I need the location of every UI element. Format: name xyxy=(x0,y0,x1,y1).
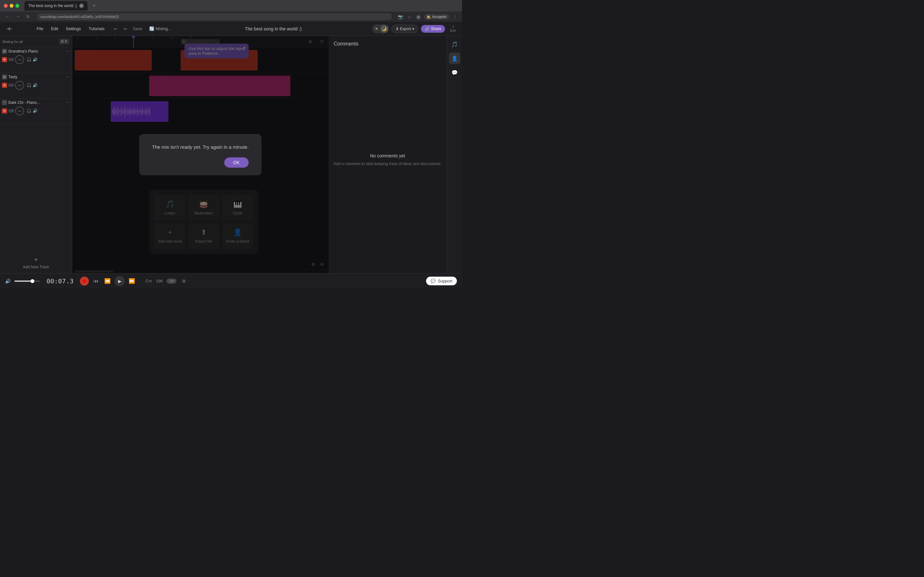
dark-theme-button[interactable]: 🌙 xyxy=(381,25,388,33)
browser-chrome: The best song in the world :) ✕ + ← → ↻ … xyxy=(0,0,462,22)
track-controls-darkchi: R ⌨ Vol 🎧 🔊 xyxy=(2,106,70,115)
speaker-icon-darkchi[interactable]: 🔊 xyxy=(33,109,37,113)
grid-icon-tasty: ⊞ xyxy=(2,74,7,79)
midi-icon-tasty: ⌨ xyxy=(8,83,14,87)
support-button[interactable]: 💬 Support xyxy=(426,277,457,285)
volume-knob-tasty[interactable]: Vol xyxy=(15,81,24,90)
track-sidebar: Muting for all ℝ ✕ ⊞ Grandma's Piano ⋯ R… xyxy=(0,36,72,273)
record-button[interactable] xyxy=(80,277,89,285)
record-arm-tasty[interactable]: R xyxy=(2,83,7,88)
menu-edit[interactable]: Edit xyxy=(48,25,61,32)
grid-icon: ⊞ xyxy=(2,49,7,54)
muting-control[interactable]: ℝ ✕ xyxy=(59,39,69,44)
export-chevron-icon: ▾ xyxy=(412,27,414,31)
volume-icon: 🔊 xyxy=(5,279,11,284)
share-button[interactable]: 🔗 Share xyxy=(421,25,445,33)
speaker-icon-tasty[interactable]: 🔊 xyxy=(33,83,37,87)
browser-menu-button[interactable]: ⋮ xyxy=(451,13,458,20)
mixing-button[interactable]: 🔄 Mixing... xyxy=(146,25,174,32)
midi-icon-darkchi: ⌨ xyxy=(8,109,14,113)
headphone-icon-piano[interactable]: 🎧 xyxy=(27,57,31,62)
record-arm-darkchi[interactable]: R xyxy=(2,108,7,113)
camera-icon[interactable]: 📷 xyxy=(397,13,404,20)
solo-mute-piano: 🎧 🔊 xyxy=(27,57,37,62)
support-icon: 💬 xyxy=(431,279,436,284)
bookmark-icon[interactable]: ☆ xyxy=(406,13,413,20)
nav-actions: 📷 ☆ ▦ 🕵 Incognito ⋮ xyxy=(397,13,458,20)
incognito-icon: 🕵 xyxy=(426,15,431,19)
export-label: Export xyxy=(400,27,411,31)
muting-bar: Muting for all ℝ ✕ xyxy=(0,36,72,47)
address-bar[interactable]: soundtrap.com/studio/hS-u82laRz_knEVhhHk… xyxy=(37,13,392,20)
sidebar-browser-icon[interactable]: ▦ xyxy=(415,13,422,20)
muting-control-label: ℝ xyxy=(61,39,64,44)
volume-fill xyxy=(15,280,31,282)
volume-knob-darkchi[interactable]: Vol xyxy=(15,106,24,115)
record-arm-piano[interactable]: R xyxy=(2,57,7,62)
track-menu-piano[interactable]: ⋯ xyxy=(65,49,70,54)
rewind-button[interactable]: ⏪ xyxy=(103,277,112,285)
app-back-button[interactable] xyxy=(4,24,14,34)
modal-ok-button[interactable]: OK xyxy=(224,157,249,168)
transport-settings-button[interactable]: ⚙ xyxy=(180,277,188,285)
app-toolbar: File Edit Settings Tutorials ↩ ↪ Save 🔄 … xyxy=(0,22,462,36)
menu-tutorials[interactable]: Tutorials xyxy=(86,25,107,32)
exit-button[interactable]: ↗ Exit xyxy=(447,24,458,34)
headphone-icon-tasty[interactable]: 🎧 xyxy=(27,83,31,87)
track-name-tasty: Tasty xyxy=(8,75,17,79)
modal-message: The mix isn't ready yet. Try again in a … xyxy=(152,144,249,150)
fast-forward-button[interactable]: ⏩ xyxy=(128,277,136,285)
menu-settings[interactable]: Settings xyxy=(63,25,84,32)
right-panel: Comments No comments yet Add a comment t… xyxy=(328,36,462,273)
close-window-button[interactable] xyxy=(4,4,8,8)
theme-toggle: ☀ 🌙 xyxy=(372,24,389,33)
redo-button[interactable]: ↪ xyxy=(121,25,129,33)
record-dot xyxy=(83,279,86,283)
share-label: Share xyxy=(431,27,441,31)
vol-label-tasty: Vol xyxy=(18,84,21,87)
track-item-darkchi: 〰 Dark Chi - Piano... ⋯ R ⌨ Vol 🎧 🔊 xyxy=(0,99,72,124)
speaker-icon-piano[interactable]: 🔊 xyxy=(33,57,37,62)
volume-slider[interactable] xyxy=(15,280,40,282)
new-tab-button[interactable]: + xyxy=(90,2,98,10)
timeline-container: 1 3 5 7 9 11 13 ✕ ⚙ ⏱ xyxy=(72,36,328,273)
share-icon: 🔗 xyxy=(425,27,430,31)
light-theme-button[interactable]: ☀ xyxy=(373,25,381,33)
vol-label: Vol xyxy=(18,58,21,61)
save-button[interactable]: Save xyxy=(129,25,146,32)
mixing-icon: 🔄 xyxy=(149,26,154,31)
minimize-window-button[interactable] xyxy=(10,4,13,8)
track-name-area: ⊞ Grandma's Piano xyxy=(2,49,38,54)
add-track-button[interactable]: + Add New Track xyxy=(0,252,72,273)
midi-icon-piano: ⌨ xyxy=(8,57,14,62)
track-menu-darkchi[interactable]: ⋯ xyxy=(65,100,70,105)
tab-icon-person[interactable]: 👤 xyxy=(449,53,460,64)
volume-knob-piano[interactable]: Vol xyxy=(15,55,24,64)
off-badge[interactable]: Off xyxy=(166,279,176,284)
maximize-window-button[interactable] xyxy=(15,4,19,8)
play-button[interactable]: ▶ xyxy=(115,276,125,286)
headphone-icon-darkchi[interactable]: 🎧 xyxy=(27,109,31,113)
track-controls-tasty: R ⌨ Vol 🎧 🔊 xyxy=(2,81,70,90)
tab-icon-music[interactable]: 🎵 xyxy=(449,39,460,50)
toolbar-actions: ↩ ↪ xyxy=(111,25,129,33)
tab-icon-comment[interactable]: 💬 xyxy=(449,67,460,78)
url-text: soundtrap.com/studio/hS-u82laRz_knEVhhHk… xyxy=(40,15,119,19)
track-list: ⊞ Grandma's Piano ⋯ R ⌨ Vol 🎧 🔊 xyxy=(0,47,72,252)
time-display: 00:07.3 xyxy=(47,277,73,285)
undo-button[interactable]: ↩ xyxy=(111,25,120,33)
export-button[interactable]: ⬇ Export ▾ xyxy=(391,25,419,33)
incognito-badge[interactable]: 🕵 Incognito xyxy=(424,14,449,19)
tab-close-button[interactable]: ✕ xyxy=(79,3,84,8)
track-item-piano: ⊞ Grandma's Piano ⋯ R ⌨ Vol 🎧 🔊 xyxy=(0,47,72,73)
modal-dialog: The mix isn't ready yet. Try again in a … xyxy=(139,134,262,175)
back-nav-button[interactable]: ← xyxy=(4,13,11,21)
menu-file[interactable]: File xyxy=(33,25,47,32)
track-menu-tasty[interactable]: ⋯ xyxy=(65,74,70,79)
refresh-button[interactable]: ↻ xyxy=(24,13,32,21)
muting-label: Muting for all xyxy=(3,40,23,44)
forward-nav-button[interactable]: → xyxy=(14,13,22,21)
skip-back-button[interactable]: ⏮ xyxy=(91,277,100,285)
incognito-label: Incognito xyxy=(432,15,447,19)
active-tab[interactable]: The best song in the world :) ✕ xyxy=(24,1,87,11)
